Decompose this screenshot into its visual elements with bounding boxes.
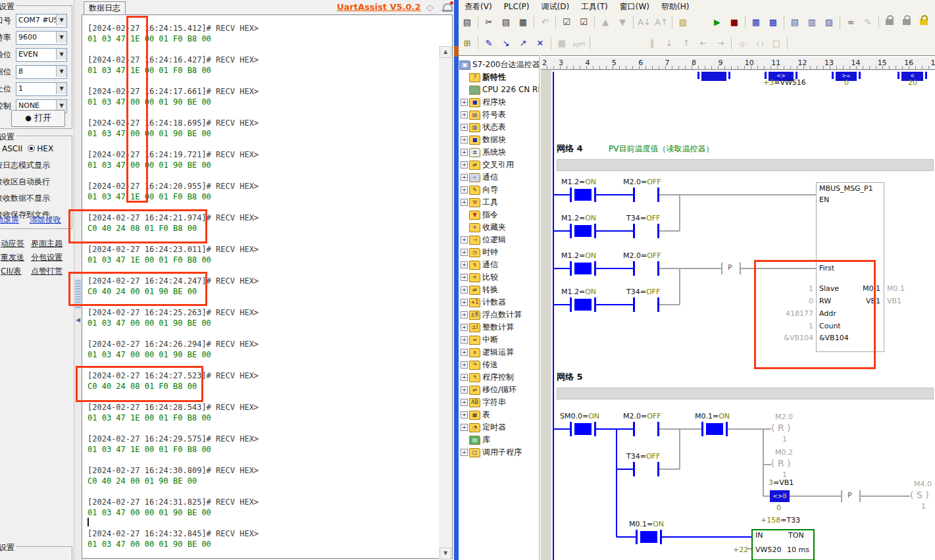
tree-expand-icon[interactable]: + (461, 449, 468, 456)
tab-data-log[interactable]: 数据日志 (84, 1, 126, 15)
sort-ascending-icon[interactable]: A↓ (636, 15, 652, 30)
line-up-icon[interactable]: ↑ (678, 36, 694, 51)
insert-line-down-icon[interactable]: ↘ (498, 36, 514, 51)
line-left-icon[interactable]: ← (695, 36, 711, 51)
menu-item-5[interactable]: 帮助(H) (655, 0, 695, 13)
reset-coil-m20[interactable]: ( R ) (771, 422, 791, 433)
contact-m12-bar[interactable] (570, 297, 572, 312)
dropdown-arrow-icon[interactable]: ▼ (56, 32, 66, 43)
radio-hex-dot[interactable] (28, 145, 35, 152)
tree-expand-icon[interactable]: + (461, 111, 468, 118)
contact-m12-bar[interactable] (570, 261, 572, 276)
contact-m01-timer-bar[interactable] (636, 530, 638, 544)
splitter-grip[interactable] (75, 279, 81, 309)
contact-m20-bar[interactable] (633, 261, 635, 276)
tree-expand-icon[interactable]: + (461, 424, 468, 431)
tree-item[interactable]: +<比较 (459, 271, 539, 284)
program-status-icon[interactable]: ▦ (748, 15, 764, 30)
paste-icon[interactable]: ▦ (515, 15, 531, 30)
open-port-button[interactable]: ● 打开 (11, 110, 65, 127)
contact-sm00-fill[interactable] (574, 423, 592, 435)
radio-hex[interactable]: HEX (37, 144, 53, 153)
tree-expand-icon[interactable]: + (461, 324, 468, 331)
cut-icon[interactable]: ✂ (481, 15, 497, 30)
edge-contact-p[interactable]: P (847, 491, 852, 499)
port-field-select-4[interactable]: 1▼ (16, 82, 67, 96)
lock-password-icon[interactable] (920, 19, 928, 25)
tree-item[interactable]: +↰程序控制 (459, 371, 539, 384)
coil-tool-icon[interactable]: -( ) (751, 37, 767, 51)
port-field-select-2[interactable]: EVEN▼ (16, 48, 67, 62)
toolbar-handle[interactable]: ‖ (644, 36, 660, 51)
sort-descending-icon[interactable]: A↑ (653, 15, 669, 30)
tree-item[interactable]: ▤库 (459, 434, 539, 446)
dropdown-arrow-icon[interactable]: ▼ (56, 49, 66, 60)
address-view-icon[interactable]: ▦ (554, 36, 570, 51)
status-table-icon[interactable]: ▨ (821, 15, 837, 30)
tree-item[interactable]: ?新特性 (459, 71, 539, 84)
dropdown-arrow-icon[interactable]: ▼ (56, 14, 66, 26)
tree-item[interactable]: +⊣位逻辑 (459, 234, 539, 246)
data-log-area[interactable]: [2024-02-27 16:24:15.412]# RECV HEX>01 0… (82, 14, 453, 559)
tree-expand-icon[interactable]: + (461, 99, 468, 106)
gem-icon[interactable]: ◇ (426, 2, 434, 13)
contact-t34-bar[interactable] (633, 224, 635, 238)
tree-expand-icon[interactable]: + (461, 399, 468, 406)
tree-item[interactable]: +≣系统块 (459, 146, 539, 159)
tree-item[interactable]: +±I整数计算 (459, 321, 539, 334)
run-icon[interactable]: ▶ (709, 15, 725, 30)
quick-link-left[interactable]: 动应答 (1, 238, 24, 249)
tree-expand-icon[interactable]: + (461, 136, 468, 143)
pause-status-icon[interactable]: ▩ (765, 15, 781, 30)
compare-contact-partial[interactable] (701, 72, 726, 81)
lock-open-icon[interactable] (903, 19, 911, 25)
menu-item-4[interactable]: 窗口(W) (614, 0, 655, 13)
reset-coil-m02[interactable]: ( R ) (771, 458, 791, 469)
menu-item-2[interactable]: 调试(D) (535, 0, 575, 13)
tree-expand-icon[interactable]: + (461, 274, 468, 281)
contact-m12-bar[interactable] (570, 188, 572, 202)
box-tool-icon[interactable]: □ (769, 36, 784, 51)
tree-expand-icon[interactable]: + (461, 161, 468, 168)
tree-expand-icon[interactable]: + (461, 374, 468, 381)
edge-contact-bar[interactable] (841, 490, 842, 502)
uartassist-version-link[interactable]: UartAssist V5.0.2 (337, 2, 421, 12)
compile-all-icon[interactable]: ☑ (576, 15, 592, 30)
contact-m12-fill[interactable] (574, 225, 592, 237)
recv-option[interactable]: 接收区自动换行 (0, 176, 67, 188)
quick-link-right[interactable]: 分包设置 (31, 252, 63, 263)
compare-contact-vb1[interactable]: <>B (770, 490, 790, 502)
line-right-icon[interactable]: → (713, 36, 728, 51)
tree-expand-icon[interactable]: + (461, 149, 468, 156)
tree-expand-icon[interactable]: + (461, 311, 468, 318)
quick-link-right[interactable]: 界面主题 (31, 238, 63, 249)
tree-item[interactable]: CPU 226 CN RI (459, 84, 539, 96)
tree-expand-icon[interactable]: + (461, 174, 468, 181)
tree-expand-icon[interactable]: + (461, 361, 468, 369)
contact-m12-bar[interactable] (570, 224, 572, 238)
edge-contact-p[interactable]: P (728, 263, 732, 272)
network-table-icon[interactable]: ⊞ (459, 36, 475, 51)
scroll-down-icon[interactable]: ▼ (440, 547, 451, 559)
tree-expand-icon[interactable]: + (461, 299, 468, 306)
contact-m20-bar[interactable] (633, 188, 635, 202)
tree-item[interactable]: +⇌移位/循环 (459, 384, 539, 396)
tree-item[interactable]: +▥状态表 (459, 121, 539, 134)
contact-tool-icon[interactable]: -||- (734, 37, 750, 51)
tree-expand-icon[interactable]: + (461, 336, 468, 344)
port-field-select-3[interactable]: 8▼ (16, 65, 67, 79)
tree-expand-icon[interactable]: + (461, 411, 468, 419)
tree-item[interactable]: +✎向导 (459, 184, 539, 196)
stop-icon[interactable]: ■ (726, 15, 742, 30)
dropdown-arrow-icon[interactable]: ▼ (56, 66, 66, 77)
tree-item[interactable]: +■程序块 (459, 96, 539, 109)
print-preview-icon[interactable]: ▤ (459, 15, 475, 30)
menu-item-0[interactable]: 查看(V) (459, 0, 498, 13)
clear-recv-link[interactable]: 清除接收 (30, 215, 61, 224)
tree-expand-icon[interactable]: + (461, 386, 468, 394)
tree-item[interactable]: +↷传送 (459, 359, 539, 371)
tree-item[interactable]: +⌁通信 (459, 171, 539, 184)
tree-item[interactable]: +≡中断 (459, 334, 539, 346)
port-field-select-1[interactable]: 9600▼ (16, 31, 67, 45)
port-field-select-0[interactable]: COM7 #USI▼ (16, 14, 67, 28)
